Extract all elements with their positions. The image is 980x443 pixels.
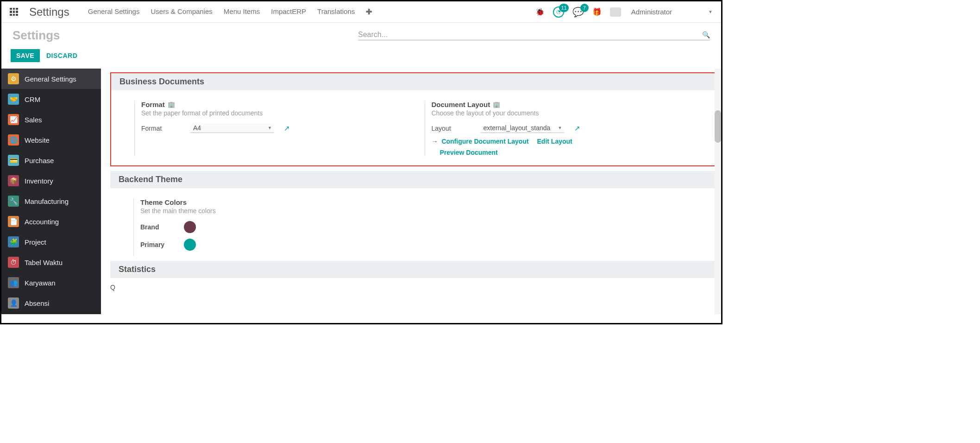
person-icon: 👤	[8, 297, 19, 309]
building-icon: 🏢	[493, 101, 500, 108]
caret-down-icon: ▼	[558, 126, 562, 130]
nav-translations[interactable]: Translations	[317, 7, 355, 16]
layout-block: Document Layout 🏢 Choose the layout of y…	[425, 101, 701, 156]
caret-down-icon: ▼	[268, 126, 272, 130]
sidebar-item-crm[interactable]: 🤝 CRM	[1, 89, 101, 109]
sidebar-item-label: Project	[25, 238, 46, 246]
layout-label: Layout	[432, 125, 473, 132]
nav-menu-items[interactable]: Menu Items	[224, 7, 260, 16]
sidebar-item-label: Inventory	[25, 177, 53, 185]
theme-colors-block: Theme Colors Set the main theme colors B…	[133, 198, 414, 256]
apps-launcher-icon[interactable]	[10, 8, 18, 16]
sidebar-item-label: General Settings	[25, 75, 76, 83]
people-icon: 👥	[8, 277, 19, 288]
content-scrollbar[interactable]	[715, 110, 721, 143]
puzzle-icon: 🧩	[8, 236, 19, 247]
stopwatch-icon: ⏱	[8, 257, 19, 268]
sidebar-item-tabel-waktu[interactable]: ⏱ Tabel Waktu	[1, 252, 101, 272]
configure-document-layout-link[interactable]: Configure Document Layout	[441, 138, 528, 145]
activity-icon[interactable]: ◔ 11	[553, 6, 564, 18]
avatar[interactable]	[610, 7, 621, 17]
format-desc: Set the paper format of printed document…	[141, 109, 411, 117]
sidebar-item-purchase[interactable]: 💳 Purchase	[1, 150, 101, 171]
primary-label: Primary	[140, 241, 177, 248]
sidebar-item-label: Karyawan	[25, 279, 56, 287]
search-wrap: 🔍	[358, 31, 710, 40]
sidebar-item-label: Tabel Waktu	[25, 259, 63, 266]
format-external-link-icon[interactable]: ↗	[284, 124, 290, 133]
document-icon: 📄	[8, 216, 19, 227]
search-icon[interactable]: 🔍	[702, 31, 710, 38]
messages-badge: 7	[580, 4, 589, 12]
content-scrollbar-track	[715, 69, 721, 314]
action-row: SAVE DISCARD	[1, 43, 721, 69]
section-header-statistics: Statistics	[110, 261, 716, 278]
preview-document-link[interactable]: Preview Document	[440, 149, 695, 156]
sidebar-item-manufacturing[interactable]: 🔧 Manufacturing	[1, 191, 101, 211]
nav-general-settings[interactable]: General Settings	[88, 7, 140, 16]
top-navbar: Settings General Settings Users & Compan…	[1, 1, 721, 23]
primary-color-dot[interactable]	[184, 239, 196, 251]
nav-add-icon[interactable]: ✚	[366, 7, 372, 16]
layout-select[interactable]: external_layout_standa ▼	[481, 123, 564, 133]
save-button[interactable]: SAVE	[11, 49, 40, 62]
format-block: Format 🏢 Set the paper format of printed…	[134, 101, 411, 156]
brand-color-dot[interactable]	[184, 221, 196, 233]
globe-icon: 🌐	[8, 134, 19, 146]
layout-desc: Choose the layout of your documents	[432, 109, 701, 117]
sidebar-item-accounting[interactable]: 📄 Accounting	[1, 211, 101, 232]
brand-label: Brand	[140, 223, 177, 231]
gear-icon: ⚙	[8, 73, 19, 84]
sidebar-item-label: CRM	[25, 95, 40, 103]
wrench-icon: 🔧	[8, 196, 19, 207]
chart-icon: 📈	[8, 114, 19, 125]
theme-colors-desc: Set the main theme colors	[140, 207, 414, 215]
sidebar-item-label: Absensi	[25, 299, 49, 307]
card-icon: 💳	[8, 155, 19, 166]
sidebar-item-absensi[interactable]: 👤 Absensi	[1, 293, 101, 313]
user-name[interactable]: Administrator	[631, 8, 672, 16]
section-header-business-documents: Business Documents	[111, 73, 715, 90]
search-input[interactable]	[358, 31, 699, 39]
sidebar: ⚙ General Settings 🤝 CRM 📈 Sales 🌐 Websi…	[1, 69, 101, 314]
top-icons: 🐞 ◔ 11 💬 7 🎁 Administrator ▼	[535, 6, 713, 18]
arrow-right-icon: →	[432, 138, 438, 145]
sidebar-item-label: Sales	[25, 116, 42, 124]
format-label: Format	[141, 125, 183, 132]
layout-value: external_layout_standa	[484, 124, 551, 132]
user-menu-caret-icon[interactable]: ▼	[708, 9, 713, 14]
sidebar-item-karyawan[interactable]: 👥 Karyawan	[1, 272, 101, 293]
content-area: Business Documents Format 🏢 Set the pape…	[101, 69, 721, 314]
sidebar-item-label: Website	[25, 136, 50, 144]
layout-external-link-icon[interactable]: ↗	[574, 124, 580, 133]
theme-colors-title: Theme Colors	[140, 198, 187, 206]
format-value: A4	[193, 124, 201, 132]
sidebar-item-sales[interactable]: 📈 Sales	[1, 109, 101, 130]
messages-icon[interactable]: 💬 7	[572, 6, 584, 18]
business-documents-highlight: Business Documents Format 🏢 Set the pape…	[110, 72, 716, 166]
sidebar-item-label: Purchase	[25, 157, 54, 165]
sidebar-item-website[interactable]: 🌐 Website	[1, 130, 101, 150]
sidebar-item-label: Manufacturing	[25, 197, 69, 205]
sidebar-item-general-settings[interactable]: ⚙ General Settings	[1, 69, 101, 89]
discard-button[interactable]: DISCARD	[46, 52, 77, 59]
sidebar-item-inventory[interactable]: 📦 Inventory	[1, 171, 101, 191]
sidebar-item-label: Accounting	[25, 218, 59, 226]
gift-icon[interactable]: 🎁	[592, 7, 602, 16]
section-header-backend-theme: Backend Theme	[110, 171, 716, 188]
page-title: Settings	[13, 28, 60, 43]
format-select[interactable]: A4 ▼	[190, 123, 274, 133]
layout-title: Document Layout	[432, 101, 490, 108]
nav-impacterp[interactable]: ImpactERP	[271, 7, 306, 16]
box-icon: 📦	[8, 175, 19, 186]
page-title-row: Settings 🔍	[1, 23, 721, 43]
format-title: Format	[141, 101, 165, 108]
sidebar-item-project[interactable]: 🧩 Project	[1, 232, 101, 252]
bug-icon[interactable]: 🐞	[535, 7, 545, 16]
nav-menu: General Settings Users & Companies Menu …	[88, 7, 372, 16]
handshake-icon: 🤝	[8, 94, 19, 105]
activity-badge: 11	[559, 4, 568, 12]
building-icon: 🏢	[168, 101, 175, 108]
edit-layout-link[interactable]: Edit Layout	[537, 138, 572, 145]
nav-users-companies[interactable]: Users & Companies	[151, 7, 212, 16]
